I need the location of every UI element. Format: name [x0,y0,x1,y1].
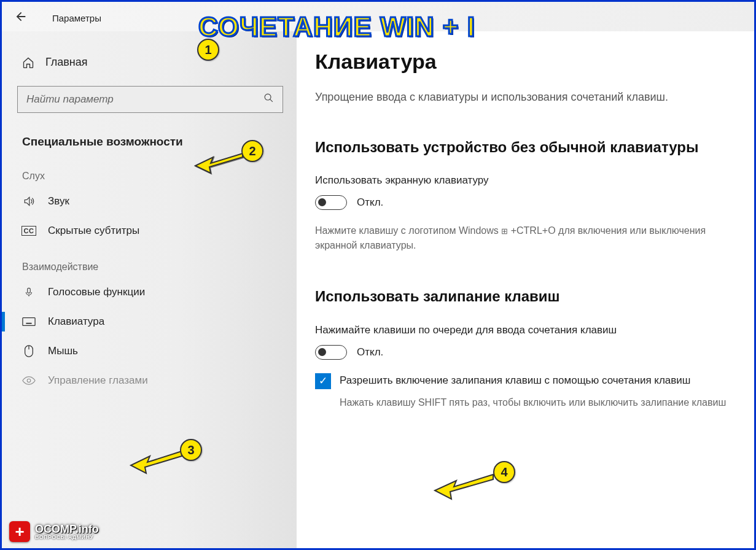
search-icon [263,93,274,106]
sidebar-item-label: Мышь [48,345,78,357]
sidebar-group-hearing: Слух [17,155,297,187]
option-onscreen-kb: Использовать экранную клавиатуру [315,174,736,187]
keyboard-icon [22,317,36,327]
sidebar-item-label: Скрытые субтитры [48,225,139,237]
sidebar-section-title: Специальные возможности [17,126,297,155]
svg-rect-3 [23,318,35,326]
hint-sticky-keys: Нажать клавишу SHIFT пять раз, чтобы вкл… [340,395,736,410]
toggle-onscreen-kb-state: Откл. [357,196,383,209]
sidebar-item-voice[interactable]: Голосовые функции [17,277,297,307]
hint-onscreen-kb: Нажмите клавишу с логотипом Windows ⊞ +C… [315,223,736,253]
svg-line-1 [270,99,273,102]
section-heading-sticky: Использовать залипание клавиш [315,287,736,306]
section-heading-nokeyboard: Использовать устройство без обычной клав… [315,138,736,157]
sidebar: Главная Специальные возможности Слух Зву… [2,31,297,548]
toggle-sticky-keys[interactable] [315,345,347,360]
sidebar-home-label: Главная [45,56,88,69]
sidebar-item-label: Голосовые функции [48,286,145,298]
sidebar-item-keyboard[interactable]: Клавиатура [17,307,297,336]
sidebar-group-interaction: Взаимодействие [17,246,297,277]
titlebar: Параметры [2,2,754,31]
checkbox-sticky-shortcut-label: Разрешить включение залипания клавиш с п… [340,373,691,388]
sidebar-item-mouse[interactable]: Мышь [17,336,297,366]
mouse-icon [22,345,36,357]
speaker-icon [22,195,36,207]
checkbox-sticky-shortcut[interactable]: ✓ [315,373,331,389]
mic-icon [22,286,36,298]
toggle-onscreen-kb[interactable] [315,195,347,210]
eye-icon [22,376,36,385]
search-input[interactable] [26,93,263,106]
page-title: Клавиатура [315,50,736,74]
page-subtitle: Упрощение ввода с клавиатуры и использов… [315,91,736,104]
svg-point-11 [27,379,31,382]
sidebar-item-label: Управление глазами [48,374,148,387]
search-field[interactable] [17,86,283,113]
sidebar-item-label: Звук [48,195,69,207]
windows-logo-icon: ⊞ [501,227,508,236]
sidebar-item-label: Клавиатура [48,316,104,328]
svg-point-0 [265,94,271,100]
home-icon [22,56,34,69]
cc-icon: CC [22,226,36,236]
sidebar-item-sound[interactable]: Звук [17,187,297,216]
svg-rect-2 [28,288,31,293]
app-title: Параметры [52,13,101,23]
option-sticky-keys: Нажимайте клавиши по очереди для ввода с… [315,324,736,336]
sidebar-item-eye[interactable]: Управление глазами [17,366,297,395]
back-arrow-icon[interactable] [14,10,28,27]
sidebar-item-captions[interactable]: CC Скрытые субтитры [17,216,297,246]
sidebar-home[interactable]: Главная [17,50,297,75]
toggle-sticky-keys-state: Откл. [357,346,383,358]
content-pane: Клавиатура Упрощение ввода с клавиатуры … [297,31,754,548]
